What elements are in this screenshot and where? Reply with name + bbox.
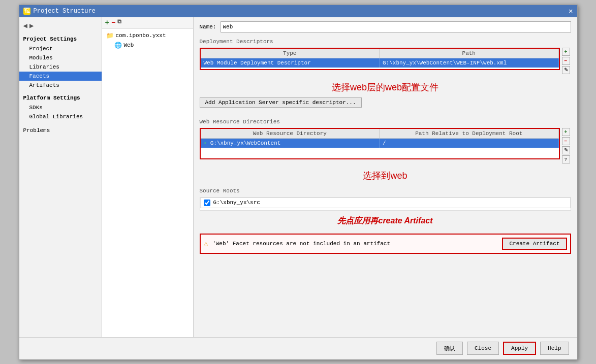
tree-node-web[interactable]: 🌐 Web bbox=[104, 41, 191, 50]
tree-node-root[interactable]: 📁 com.iponbo.yxxt bbox=[104, 31, 191, 41]
tree-toolbar: + − ⧉ bbox=[102, 17, 193, 29]
source-root-value: G:\xbny_yx\src bbox=[213, 200, 260, 206]
warning-text: 'Web' Facet resources are not included i… bbox=[212, 241, 498, 247]
resource-dir-cell: ▪ G:\xbny_yx\WebContent bbox=[201, 139, 380, 148]
dialog-title: Project Structure bbox=[34, 8, 96, 15]
nav-forward-button[interactable]: ▶ bbox=[29, 21, 34, 30]
deployment-edit-button[interactable]: ✎ bbox=[562, 66, 570, 74]
dialog-footer: 确认 Close Apply Help bbox=[19, 337, 577, 359]
relative-column-header: Path Relative to Deployment Root bbox=[380, 129, 559, 138]
resource-edit-button[interactable]: ✎ bbox=[562, 146, 570, 154]
close-button[interactable]: ✕ bbox=[569, 8, 573, 15]
titlebar-left: 🏗 Project Structure bbox=[23, 8, 96, 15]
resource-table-header: Web Resource Directory Path Relative to … bbox=[201, 129, 559, 139]
sidebar-item-project[interactable]: Project bbox=[19, 44, 102, 53]
sidebar-item-libraries[interactable]: Libraries bbox=[19, 62, 102, 72]
ok-button[interactable]: 确认 bbox=[436, 342, 463, 355]
add-descriptor-button[interactable]: Add Application Server specific descript… bbox=[200, 97, 362, 108]
titlebar: 🏗 Project Structure ✕ bbox=[19, 5, 577, 17]
tree-remove-button[interactable]: − bbox=[111, 19, 115, 26]
project-settings-header: Project Settings bbox=[19, 34, 102, 44]
project-icon: 🏗 bbox=[23, 8, 30, 15]
source-root-checkbox[interactable] bbox=[204, 200, 210, 206]
sidebar-item-artifacts[interactable]: Artifacts bbox=[19, 81, 102, 90]
deployment-add-button[interactable]: + bbox=[562, 48, 570, 56]
sidebar-item-sdks[interactable]: SDKs bbox=[19, 103, 102, 112]
help-button[interactable]: Help bbox=[540, 342, 569, 355]
tree-panel: + − ⧉ 📁 com.iponbo.yxxt 🌐 Web bbox=[102, 17, 194, 337]
close-button-footer[interactable]: Close bbox=[467, 342, 499, 355]
folder-small-icon: ▪ bbox=[204, 140, 207, 146]
deployment-table: Type Path Web Module Deployment Descript… bbox=[200, 48, 560, 70]
name-label: Name: bbox=[200, 24, 216, 30]
resource-add-button[interactable]: + bbox=[562, 128, 570, 136]
sidebar-nav: ◀ ▶ bbox=[19, 19, 102, 32]
main-content: Name: Deployment Descriptors Type Path W… bbox=[194, 17, 577, 337]
deployment-path-cell: G:\xbny_yx\WebContent\WEB-INF\web.xml bbox=[380, 58, 559, 68]
name-input[interactable] bbox=[221, 21, 571, 32]
resource-table-row[interactable]: ▪ G:\xbny_yx\WebContent / bbox=[201, 139, 559, 148]
resource-relative-cell: / bbox=[380, 139, 559, 148]
deployment-table-row[interactable]: Web Module Deployment Descriptor G:\xbny… bbox=[201, 58, 559, 68]
tree-copy-button[interactable]: ⧉ bbox=[117, 19, 121, 26]
source-root-row: G:\xbny_yx\src bbox=[200, 197, 571, 208]
deployment-remove-button[interactable]: − bbox=[562, 57, 570, 65]
sidebar-item-global-libraries[interactable]: Global Libraries bbox=[19, 112, 102, 121]
annotation-web-config: 选择web层的web配置文件 bbox=[200, 77, 571, 97]
web-resource-title: Web Resource Directories bbox=[200, 119, 571, 125]
dialog-body: ◀ ▶ Project Settings Project Modules Lib… bbox=[19, 17, 577, 337]
nav-back-button[interactable]: ◀ bbox=[23, 21, 27, 30]
sidebar-item-problems[interactable]: Problems bbox=[19, 125, 102, 136]
webdir-column-header: Web Resource Directory bbox=[201, 129, 380, 138]
resource-table: Web Resource Directory Path Relative to … bbox=[200, 128, 560, 159]
sidebar-item-facets[interactable]: Facets bbox=[19, 72, 102, 81]
deployment-table-header: Type Path bbox=[201, 49, 559, 58]
tree-root-label: com.iponbo.yxxt bbox=[116, 32, 166, 39]
sidebar-item-modules[interactable]: Modules bbox=[19, 53, 102, 62]
name-row: Name: bbox=[200, 21, 571, 32]
resource-help-button[interactable]: ? bbox=[562, 155, 570, 163]
tree-content: 📁 com.iponbo.yxxt 🌐 Web bbox=[102, 29, 193, 337]
source-roots-table: G:\xbny_yx\src bbox=[200, 197, 571, 211]
deployment-type-cell: Web Module Deployment Descriptor bbox=[201, 58, 380, 68]
platform-settings-header: Platform Settings bbox=[19, 93, 102, 103]
resource-remove-button[interactable]: − bbox=[562, 137, 570, 145]
bottom-annotation: 先点应用再create Artifact bbox=[200, 213, 571, 229]
warning-icon: ⚠ bbox=[204, 239, 209, 249]
folder-icon: 📁 bbox=[106, 32, 114, 40]
project-structure-dialog: 🏗 Project Structure ✕ ◀ ▶ Project Settin… bbox=[19, 5, 578, 360]
tree-add-button[interactable]: + bbox=[105, 19, 109, 26]
web-icon: 🌐 bbox=[114, 42, 122, 49]
create-artifact-button[interactable]: Create Artifact bbox=[502, 238, 567, 250]
sidebar: ◀ ▶ Project Settings Project Modules Lib… bbox=[19, 17, 102, 337]
source-roots-section: Source Roots G:\xbny_yx\src bbox=[200, 188, 571, 213]
warning-row: ⚠ 'Web' Facet resources are not included… bbox=[200, 234, 571, 254]
apply-button[interactable]: Apply bbox=[503, 342, 536, 355]
type-column-header: Type bbox=[201, 49, 380, 58]
source-roots-title: Source Roots bbox=[200, 188, 571, 194]
path-column-header: Path bbox=[380, 49, 559, 58]
tree-child-label: Web bbox=[124, 42, 134, 48]
annotation-web2: 选择到web bbox=[200, 166, 571, 186]
deployment-descriptors-title: Deployment Descriptors bbox=[200, 39, 571, 45]
